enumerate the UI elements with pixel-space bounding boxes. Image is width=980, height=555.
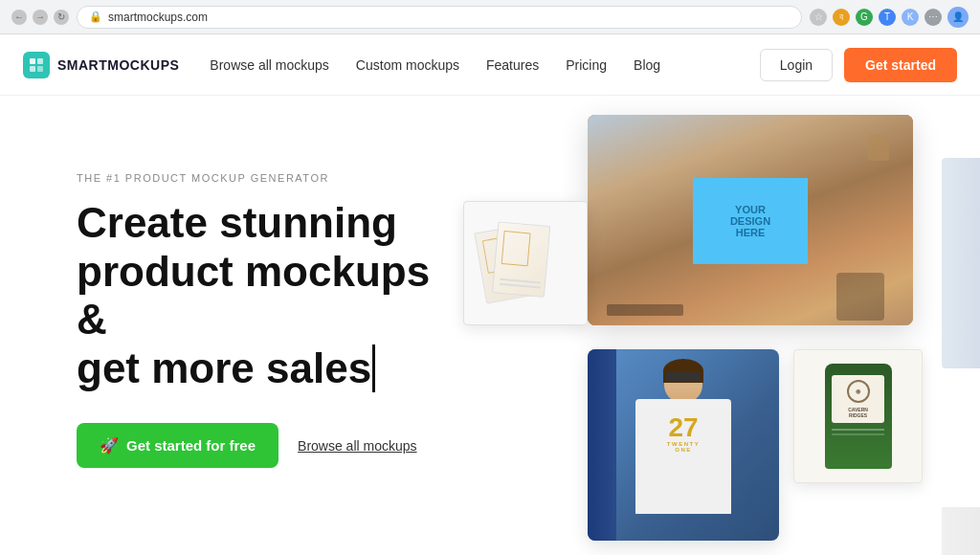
- tshirt-body: 27 TWENTY ONE: [635, 399, 731, 514]
- hero-images-collage: YOUR DESIGN HERE: [463, 115, 980, 555]
- back-button[interactable]: ←: [11, 10, 27, 25]
- svg-rect-1: [37, 58, 43, 64]
- partial-image-bg: [942, 158, 980, 368]
- shirt-word2: ONE: [645, 447, 722, 453]
- browser-chrome: ← → ↻ 🔒 smartmockups.com ☆ ব G T K ⋯ 👤: [0, 0, 980, 34]
- svg-rect-3: [37, 66, 43, 72]
- bag-stripe: [832, 429, 884, 431]
- coffee-logo-circle: ◉: [847, 380, 870, 403]
- phone-element: [836, 273, 884, 321]
- partial-bottom-bg: [942, 507, 980, 555]
- url-text: smartmockups.com: [108, 11, 208, 24]
- nav-custom[interactable]: Custom mockups: [356, 57, 459, 73]
- coffee-mockup-image: ◉ CAVERN RIDGES: [793, 349, 923, 483]
- partial-right-image: [942, 158, 980, 368]
- tshirt-mockup-image: 27 TWENTY ONE: [588, 349, 779, 541]
- cards-mockup-image: [463, 201, 588, 325]
- extension-icon-5[interactable]: ⋯: [924, 9, 942, 26]
- person-sunglasses: [665, 372, 702, 382]
- hero-actions: 🚀 Get started for free Browse all mockup…: [77, 423, 459, 468]
- lock-icon: 🔒: [89, 11, 102, 23]
- tshirt-background: 27 TWENTY ONE: [588, 349, 779, 541]
- login-button[interactable]: Login: [760, 49, 833, 81]
- nav-blog[interactable]: Blog: [634, 57, 660, 73]
- browse-mockups-button[interactable]: Browse all mockups: [298, 438, 417, 454]
- extension-icon-2[interactable]: G: [856, 9, 873, 26]
- hero-section: THE #1 PRODUCT MOCKUP GENERATOR Create s…: [0, 96, 980, 555]
- nav-links: Browse all mockups Custom mockups Featur…: [210, 57, 759, 73]
- coffee-bag: ◉ CAVERN RIDGES: [825, 364, 892, 469]
- rocket-emoji: 🚀: [100, 436, 119, 455]
- shirt-design-area: 27 TWENTY ONE: [645, 414, 722, 453]
- nav-pricing[interactable]: Pricing: [566, 57, 607, 73]
- laptop-mockup-image: YOUR DESIGN HERE: [588, 115, 913, 325]
- person-silhouette: 27 TWENTY ONE: [607, 359, 760, 541]
- logo-icon: [23, 52, 50, 78]
- address-bar[interactable]: 🔒 smartmockups.com: [77, 6, 802, 29]
- svg-rect-2: [30, 66, 35, 72]
- get-started-button[interactable]: Get started: [844, 48, 957, 82]
- hero-heading: Create stunning product mockups & get mo…: [77, 199, 459, 392]
- hero-heading-line2: product mockups &: [77, 248, 430, 344]
- extension-icon-3[interactable]: T: [879, 9, 896, 26]
- hero-eyebrow: THE #1 PRODUCT MOCKUP GENERATOR: [77, 172, 459, 184]
- card-deco-front: [501, 231, 531, 266]
- car-door-element: [588, 349, 616, 541]
- card-line: [500, 283, 541, 289]
- hero-heading-line1: Create stunning: [77, 199, 397, 246]
- forward-button[interactable]: →: [33, 10, 48, 25]
- partial-bottom-image: [942, 507, 980, 555]
- nav-browse-all[interactable]: Browse all mockups: [210, 57, 329, 73]
- svg-rect-0: [30, 58, 35, 64]
- hero-cta-label: Get started for free: [126, 437, 256, 454]
- bookmark-icon[interactable]: ☆: [810, 9, 827, 26]
- coffee-label: ◉ CAVERN RIDGES: [832, 375, 884, 423]
- laptop-screen-placeholder: YOUR DESIGN HERE: [693, 178, 808, 264]
- desk-element: [607, 304, 683, 316]
- extension-icon-4[interactable]: K: [902, 9, 919, 26]
- cards-inner: [487, 225, 564, 301]
- text-cursor: [372, 344, 375, 393]
- coffee-brand-name: CAVERN RIDGES: [848, 407, 868, 419]
- navbar-actions: Login Get started: [760, 48, 957, 82]
- hero-text: THE #1 PRODUCT MOCKUP GENERATOR Create s…: [77, 153, 459, 468]
- browser-nav-controls: ← → ↻: [11, 10, 69, 25]
- reload-button[interactable]: ↻: [54, 10, 69, 25]
- nav-features[interactable]: Features: [486, 57, 539, 73]
- hero-cta-button[interactable]: 🚀 Get started for free: [77, 423, 278, 468]
- logo-link[interactable]: SMARTMOCKUPS: [23, 52, 179, 78]
- profile-avatar[interactable]: 👤: [947, 7, 969, 28]
- bag-stripe2: [832, 433, 884, 435]
- extension-icon-1[interactable]: ব: [833, 9, 850, 26]
- navbar: SMARTMOCKUPS Browse all mockups Custom m…: [0, 34, 980, 96]
- logo-text: SMARTMOCKUPS: [57, 57, 179, 73]
- browser-extension-icons: ☆ ব G T K ⋯ 👤: [810, 7, 969, 28]
- hero-heading-line3: get more sales: [77, 344, 371, 391]
- shirt-number: 27: [645, 414, 722, 441]
- laptop-image-inner: YOUR DESIGN HERE: [588, 115, 913, 325]
- cup-element: [868, 134, 889, 161]
- card-item-front: [492, 221, 550, 298]
